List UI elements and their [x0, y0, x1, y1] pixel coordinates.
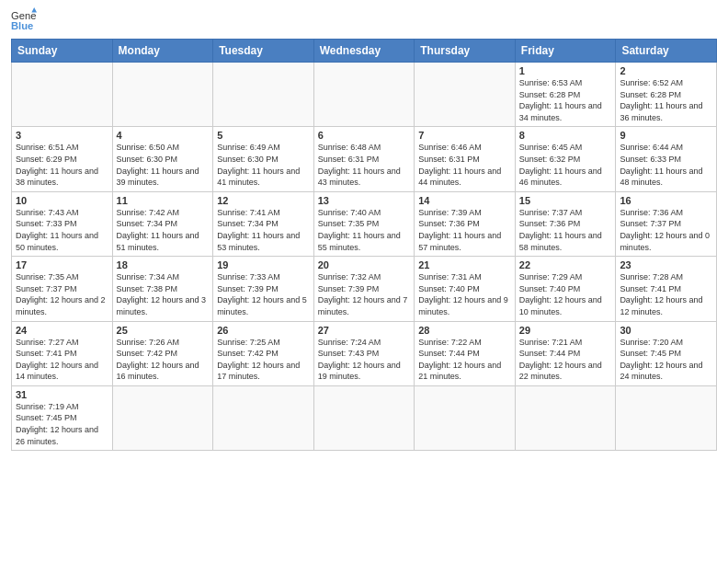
calendar-cell	[213, 63, 314, 127]
day-number: 24	[16, 325, 108, 336]
day-number: 2	[620, 65, 712, 76]
day-number: 10	[16, 195, 108, 206]
calendar-cell: 19Sunrise: 7:33 AM Sunset: 7:39 PM Dayli…	[213, 257, 314, 321]
weekday-header-saturday: Saturday	[616, 40, 717, 63]
calendar-cell: 15Sunrise: 7:37 AM Sunset: 7:36 PM Dayli…	[515, 191, 616, 256]
day-info: Sunrise: 7:37 AM Sunset: 7:36 PM Dayligh…	[519, 207, 612, 253]
calendar-cell: 27Sunrise: 7:24 AM Sunset: 7:43 PM Dayli…	[313, 321, 415, 385]
calendar-cell: 24Sunrise: 7:27 AM Sunset: 7:41 PM Dayli…	[12, 321, 113, 385]
calendar-cell: 6Sunrise: 6:48 AM Sunset: 6:31 PM Daylig…	[313, 127, 415, 191]
day-number: 31	[16, 389, 108, 400]
calendar-cell	[213, 385, 314, 450]
day-info: Sunrise: 6:45 AM Sunset: 6:32 PM Dayligh…	[519, 142, 612, 188]
calendar-week-0: 1Sunrise: 6:53 AM Sunset: 6:28 PM Daylig…	[12, 63, 717, 127]
day-info: Sunrise: 6:48 AM Sunset: 6:31 PM Dayligh…	[318, 142, 411, 188]
day-number: 11	[117, 195, 210, 206]
day-info: Sunrise: 6:49 AM Sunset: 6:30 PM Dayligh…	[217, 142, 310, 188]
day-info: Sunrise: 7:19 AM Sunset: 7:45 PM Dayligh…	[16, 401, 108, 447]
day-number: 9	[620, 130, 712, 141]
day-number: 29	[519, 325, 612, 336]
day-number: 20	[318, 259, 411, 270]
day-info: Sunrise: 7:26 AM Sunset: 7:42 PM Dayligh…	[117, 337, 210, 383]
calendar-cell: 11Sunrise: 7:42 AM Sunset: 7:34 PM Dayli…	[112, 191, 213, 256]
day-info: Sunrise: 7:36 AM Sunset: 7:37 PM Dayligh…	[620, 207, 712, 253]
calendar-cell: 25Sunrise: 7:26 AM Sunset: 7:42 PM Dayli…	[112, 321, 213, 385]
day-info: Sunrise: 7:21 AM Sunset: 7:44 PM Dayligh…	[519, 337, 612, 383]
day-info: Sunrise: 7:42 AM Sunset: 7:34 PM Dayligh…	[117, 207, 210, 253]
day-number: 28	[418, 325, 511, 336]
day-number: 26	[217, 325, 310, 336]
day-info: Sunrise: 7:29 AM Sunset: 7:40 PM Dayligh…	[519, 271, 612, 317]
calendar-cell	[616, 385, 717, 450]
calendar-cell: 21Sunrise: 7:31 AM Sunset: 7:40 PM Dayli…	[415, 257, 516, 321]
calendar-cell: 9Sunrise: 6:44 AM Sunset: 6:33 PM Daylig…	[616, 127, 717, 191]
day-info: Sunrise: 7:28 AM Sunset: 7:41 PM Dayligh…	[620, 271, 712, 317]
day-number: 3	[16, 130, 108, 141]
calendar-cell: 13Sunrise: 7:40 AM Sunset: 7:35 PM Dayli…	[313, 191, 415, 256]
weekday-header-thursday: Thursday	[415, 40, 516, 63]
day-info: Sunrise: 6:51 AM Sunset: 6:29 PM Dayligh…	[16, 142, 108, 188]
calendar-cell: 14Sunrise: 7:39 AM Sunset: 7:36 PM Dayli…	[415, 191, 516, 256]
calendar-cell: 4Sunrise: 6:50 AM Sunset: 6:30 PM Daylig…	[112, 127, 213, 191]
day-info: Sunrise: 7:32 AM Sunset: 7:39 PM Dayligh…	[318, 271, 411, 317]
calendar-cell: 22Sunrise: 7:29 AM Sunset: 7:40 PM Dayli…	[515, 257, 616, 321]
day-info: Sunrise: 7:34 AM Sunset: 7:38 PM Dayligh…	[117, 271, 210, 317]
calendar-cell: 5Sunrise: 6:49 AM Sunset: 6:30 PM Daylig…	[213, 127, 314, 191]
day-number: 27	[318, 325, 411, 336]
calendar-cell	[415, 385, 516, 450]
day-info: Sunrise: 7:35 AM Sunset: 7:37 PM Dayligh…	[16, 271, 108, 317]
calendar-cell: 2Sunrise: 6:52 AM Sunset: 6:28 PM Daylig…	[616, 63, 717, 127]
day-number: 16	[620, 195, 712, 206]
calendar-cell	[313, 63, 415, 127]
calendar-cell	[415, 63, 516, 127]
calendar-cell: 16Sunrise: 7:36 AM Sunset: 7:37 PM Dayli…	[616, 191, 717, 256]
day-number: 19	[217, 259, 310, 270]
calendar-table: SundayMondayTuesdayWednesdayThursdayFrid…	[11, 39, 717, 451]
day-info: Sunrise: 6:46 AM Sunset: 6:31 PM Dayligh…	[418, 142, 511, 188]
weekday-header-monday: Monday	[112, 40, 213, 63]
calendar-cell: 8Sunrise: 6:45 AM Sunset: 6:32 PM Daylig…	[515, 127, 616, 191]
day-info: Sunrise: 7:41 AM Sunset: 7:34 PM Dayligh…	[217, 207, 310, 253]
calendar-cell: 28Sunrise: 7:22 AM Sunset: 7:44 PM Dayli…	[415, 321, 516, 385]
day-info: Sunrise: 6:53 AM Sunset: 6:28 PM Dayligh…	[519, 77, 612, 123]
calendar-cell: 26Sunrise: 7:25 AM Sunset: 7:42 PM Dayli…	[213, 321, 314, 385]
day-number: 22	[519, 259, 612, 270]
calendar-cell: 17Sunrise: 7:35 AM Sunset: 7:37 PM Dayli…	[12, 257, 113, 321]
header: General Blue	[11, 9, 717, 33]
weekday-header-wednesday: Wednesday	[313, 40, 415, 63]
day-info: Sunrise: 7:39 AM Sunset: 7:36 PM Dayligh…	[418, 207, 511, 253]
day-number: 12	[217, 195, 310, 206]
day-info: Sunrise: 6:52 AM Sunset: 6:28 PM Dayligh…	[620, 77, 712, 123]
day-number: 13	[318, 195, 411, 206]
calendar-cell: 23Sunrise: 7:28 AM Sunset: 7:41 PM Dayli…	[616, 257, 717, 321]
weekday-header-tuesday: Tuesday	[213, 40, 314, 63]
day-info: Sunrise: 7:27 AM Sunset: 7:41 PM Dayligh…	[16, 337, 108, 383]
day-info: Sunrise: 7:25 AM Sunset: 7:42 PM Dayligh…	[217, 337, 310, 383]
day-number: 21	[418, 259, 511, 270]
day-number: 6	[318, 130, 411, 141]
day-number: 15	[519, 195, 612, 206]
day-number: 30	[620, 325, 712, 336]
calendar-cell	[112, 385, 213, 450]
calendar-week-4: 24Sunrise: 7:27 AM Sunset: 7:41 PM Dayli…	[12, 321, 717, 385]
day-info: Sunrise: 7:22 AM Sunset: 7:44 PM Dayligh…	[418, 337, 511, 383]
calendar-cell: 10Sunrise: 7:43 AM Sunset: 7:33 PM Dayli…	[12, 191, 113, 256]
day-info: Sunrise: 6:44 AM Sunset: 6:33 PM Dayligh…	[620, 142, 712, 188]
day-info: Sunrise: 7:33 AM Sunset: 7:39 PM Dayligh…	[217, 271, 310, 317]
calendar-cell: 1Sunrise: 6:53 AM Sunset: 6:28 PM Daylig…	[515, 63, 616, 127]
day-info: Sunrise: 7:24 AM Sunset: 7:43 PM Dayligh…	[318, 337, 411, 383]
calendar-cell: 31Sunrise: 7:19 AM Sunset: 7:45 PM Dayli…	[12, 385, 113, 450]
calendar-week-2: 10Sunrise: 7:43 AM Sunset: 7:33 PM Dayli…	[12, 191, 717, 256]
svg-text:Blue: Blue	[11, 20, 33, 31]
calendar-cell	[112, 63, 213, 127]
day-number: 8	[519, 130, 612, 141]
day-info: Sunrise: 7:40 AM Sunset: 7:35 PM Dayligh…	[318, 207, 411, 253]
logo: General Blue	[11, 9, 37, 33]
logo-icon: General Blue	[11, 7, 37, 33]
day-number: 25	[117, 325, 210, 336]
day-number: 5	[217, 130, 310, 141]
calendar-cell: 29Sunrise: 7:21 AM Sunset: 7:44 PM Dayli…	[515, 321, 616, 385]
day-number: 1	[519, 65, 612, 76]
day-number: 14	[418, 195, 511, 206]
weekday-header-sunday: Sunday	[12, 40, 113, 63]
